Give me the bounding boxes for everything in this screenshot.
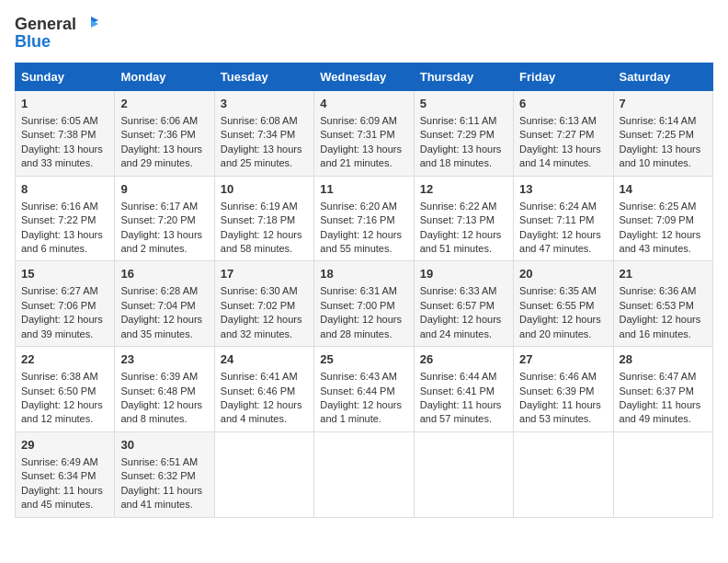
calendar-cell: 15Sunrise: 6:27 AMSunset: 7:06 PMDayligh… <box>16 261 115 347</box>
day-number: 10 <box>221 181 308 198</box>
calendar-cell: 5Sunrise: 6:11 AMSunset: 7:29 PMDaylight… <box>414 90 513 176</box>
calendar-cell: 17Sunrise: 6:30 AMSunset: 7:02 PMDayligh… <box>214 261 313 347</box>
calendar-cell: 3Sunrise: 6:08 AMSunset: 7:34 PMDaylight… <box>214 90 313 176</box>
cell-info-line: Sunrise: 6:39 AM <box>120 370 208 384</box>
cell-info-line: Sunset: 7:13 PM <box>420 213 507 227</box>
day-number: 1 <box>21 96 108 112</box>
day-number: 21 <box>620 266 707 282</box>
column-header-monday: Monday <box>115 63 214 90</box>
cell-info-line: Daylight: 12 hours <box>221 398 308 412</box>
cell-info-line: Daylight: 12 hours <box>320 398 407 412</box>
cell-info-line: Sunset: 7:00 PM <box>320 299 407 313</box>
cell-info-line: Daylight: 12 hours <box>21 313 108 327</box>
cell-info-line: Sunrise: 6:05 AM <box>21 114 108 128</box>
calendar-cell <box>214 431 313 517</box>
cell-info-line: and 53 minutes. <box>519 412 607 426</box>
cell-info-line: and 35 minutes. <box>120 327 208 341</box>
cell-info-line: and 8 minutes. <box>120 412 208 426</box>
cell-info-line: and 58 minutes. <box>221 242 308 256</box>
cell-info-line: Daylight: 12 hours <box>420 313 507 327</box>
cell-info-line: Sunrise: 6:47 AM <box>620 370 707 384</box>
cell-info-line: Sunrise: 6:51 AM <box>120 455 208 469</box>
cell-info-line: Sunrise: 6:16 AM <box>21 200 108 213</box>
day-number: 6 <box>519 96 607 112</box>
cell-info-line: and 51 minutes. <box>420 242 507 256</box>
day-number: 26 <box>420 351 507 368</box>
cell-info-line: Sunrise: 6:33 AM <box>420 284 507 298</box>
calendar-header-row: SundayMondayTuesdayWednesdayThursdayFrid… <box>16 63 713 90</box>
cell-info-line: Sunset: 7:36 PM <box>120 128 208 142</box>
day-number: 5 <box>420 96 507 112</box>
day-number: 14 <box>620 181 707 198</box>
cell-info-line: Daylight: 12 hours <box>21 398 108 412</box>
week-row-5: 29Sunrise: 6:49 AMSunset: 6:34 PMDayligh… <box>16 431 713 517</box>
cell-info-line: Sunset: 6:53 PM <box>620 299 707 313</box>
cell-info-line: Sunrise: 6:24 AM <box>519 200 607 213</box>
calendar-cell: 19Sunrise: 6:33 AMSunset: 6:57 PMDayligh… <box>414 261 513 347</box>
logo-bird-icon <box>78 15 98 35</box>
column-header-wednesday: Wednesday <box>314 63 414 90</box>
cell-info-line: Sunset: 6:46 PM <box>221 385 308 398</box>
day-number: 27 <box>519 351 607 368</box>
cell-info-line: Sunset: 7:31 PM <box>320 128 407 142</box>
day-number: 17 <box>221 266 308 282</box>
cell-info-line: Sunrise: 6:31 AM <box>320 284 407 298</box>
day-number: 2 <box>120 96 208 112</box>
cell-info-line: Sunrise: 6:22 AM <box>420 200 507 213</box>
day-number: 16 <box>120 266 208 282</box>
cell-info-line: Daylight: 11 hours <box>420 398 507 412</box>
logo-text-general: General <box>15 16 76 34</box>
day-number: 20 <box>519 266 607 282</box>
cell-info-line: Sunrise: 6:19 AM <box>221 200 308 213</box>
day-number: 29 <box>21 437 108 454</box>
cell-info-line: and 2 minutes. <box>120 242 208 256</box>
cell-info-line: and 28 minutes. <box>320 327 407 341</box>
cell-info-line: Daylight: 12 hours <box>420 228 507 242</box>
calendar-cell: 20Sunrise: 6:35 AMSunset: 6:55 PMDayligh… <box>514 261 613 347</box>
cell-info-line: and 10 minutes. <box>620 156 707 170</box>
calendar-cell <box>414 431 513 517</box>
calendar-cell: 9Sunrise: 6:17 AMSunset: 7:20 PMDaylight… <box>115 176 214 261</box>
page-header: General Blue <box>15 15 713 52</box>
calendar-cell: 24Sunrise: 6:41 AMSunset: 6:46 PMDayligh… <box>214 347 313 432</box>
calendar-table: SundayMondayTuesdayWednesdayThursdayFrid… <box>15 63 713 518</box>
cell-info-line: and 14 minutes. <box>519 156 607 170</box>
week-row-4: 22Sunrise: 6:38 AMSunset: 6:50 PMDayligh… <box>16 347 713 432</box>
day-number: 15 <box>21 266 108 282</box>
cell-info-line: and 25 minutes. <box>221 156 308 170</box>
cell-info-line: Sunset: 7:27 PM <box>519 128 607 142</box>
column-header-tuesday: Tuesday <box>214 63 313 90</box>
calendar-cell <box>613 431 712 517</box>
cell-info-line: Daylight: 12 hours <box>120 398 208 412</box>
cell-info-line: Sunset: 6:48 PM <box>120 385 208 398</box>
cell-info-line: Daylight: 13 hours <box>21 228 108 242</box>
cell-info-line: and 43 minutes. <box>620 242 707 256</box>
cell-info-line: Daylight: 11 hours <box>620 398 707 412</box>
calendar-cell: 30Sunrise: 6:51 AMSunset: 6:32 PMDayligh… <box>115 431 214 517</box>
week-row-2: 8Sunrise: 6:16 AMSunset: 7:22 PMDaylight… <box>16 176 713 261</box>
cell-info-line: Sunrise: 6:20 AM <box>320 200 407 213</box>
cell-info-line: Sunrise: 6:46 AM <box>519 370 607 384</box>
logo-text-blue: Blue <box>15 33 51 52</box>
logo-container: General Blue <box>15 15 98 52</box>
cell-info-line: Daylight: 13 hours <box>420 143 507 156</box>
cell-info-line: and 55 minutes. <box>320 242 407 256</box>
column-header-friday: Friday <box>514 63 613 90</box>
cell-info-line: and 49 minutes. <box>620 412 707 426</box>
cell-info-line: Sunrise: 6:09 AM <box>320 114 407 128</box>
day-number: 4 <box>320 96 407 112</box>
calendar-cell: 29Sunrise: 6:49 AMSunset: 6:34 PMDayligh… <box>16 431 115 517</box>
calendar-cell: 18Sunrise: 6:31 AMSunset: 7:00 PMDayligh… <box>314 261 414 347</box>
cell-info-line: Daylight: 12 hours <box>120 313 208 327</box>
calendar-cell: 4Sunrise: 6:09 AMSunset: 7:31 PMDaylight… <box>314 90 414 176</box>
calendar-cell: 26Sunrise: 6:44 AMSunset: 6:41 PMDayligh… <box>414 347 513 432</box>
day-number: 12 <box>420 181 507 198</box>
cell-info-line: Sunset: 6:55 PM <box>519 299 607 313</box>
cell-info-line: Sunset: 7:38 PM <box>21 128 108 142</box>
week-row-1: 1Sunrise: 6:05 AMSunset: 7:38 PMDaylight… <box>16 90 713 176</box>
cell-info-line: Sunrise: 6:36 AM <box>620 284 707 298</box>
calendar-cell: 23Sunrise: 6:39 AMSunset: 6:48 PMDayligh… <box>115 347 214 432</box>
calendar-cell: 7Sunrise: 6:14 AMSunset: 7:25 PMDaylight… <box>613 90 712 176</box>
day-number: 28 <box>620 351 707 368</box>
cell-info-line: and 4 minutes. <box>221 412 308 426</box>
